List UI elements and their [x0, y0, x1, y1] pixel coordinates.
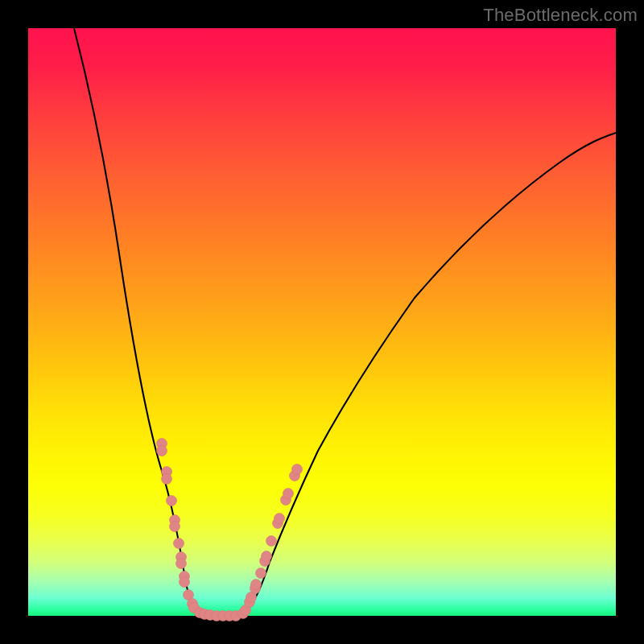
data-point: [170, 522, 180, 532]
data-point: [174, 539, 184, 549]
data-point: [262, 551, 272, 562]
data-point: [180, 577, 190, 588]
data-point: [176, 559, 187, 569]
curve-group: [74, 28, 616, 616]
data-point: [292, 464, 303, 475]
chart-overlay: [28, 28, 616, 616]
data-points-group: [157, 439, 303, 621]
watermark-text: TheBottleneck.com: [483, 5, 638, 26]
data-point: [275, 514, 285, 524]
data-point: [251, 580, 262, 590]
data-point: [157, 446, 167, 456]
data-point: [266, 536, 277, 547]
data-point: [162, 474, 172, 485]
data-point: [256, 568, 266, 579]
data-point: [283, 489, 294, 499]
data-point: [167, 496, 177, 506]
bottleneck-curve: [74, 28, 616, 616]
chart-frame: TheBottleneck.com: [0, 0, 644, 644]
